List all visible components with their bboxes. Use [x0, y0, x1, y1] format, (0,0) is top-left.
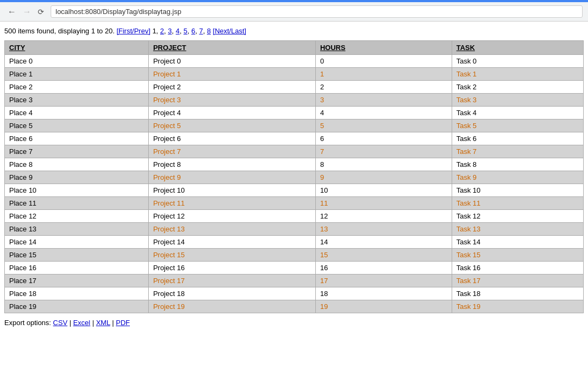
cell-project: Project 8	[149, 158, 316, 171]
cell-project: Project 12	[149, 210, 316, 223]
cell-project: Project 3	[149, 94, 316, 107]
table-row: Place 2Project 22Task 2	[5, 81, 584, 94]
cell-hours: 10	[315, 184, 452, 197]
cell-task: Task 17	[452, 274, 583, 287]
page-3-link[interactable]: 3	[168, 27, 172, 35]
cell-city: Place 2	[5, 81, 149, 94]
next-last-link[interactable]: [Next/Last]	[213, 27, 246, 35]
cell-hours: 1	[315, 68, 452, 81]
table-row: Place 8Project 88Task 8	[5, 158, 584, 171]
cell-task: Task 7	[452, 145, 583, 158]
export-pdf-link[interactable]: PDF	[116, 319, 130, 327]
export-xml-link[interactable]: XML	[96, 319, 110, 327]
column-header-city[interactable]: CITY	[5, 41, 149, 55]
cell-task: Task 9	[452, 171, 583, 184]
cell-task: Task 13	[452, 223, 583, 236]
cell-city: Place 14	[5, 236, 149, 249]
table-row: Place 11Project 1111Task 11	[5, 197, 584, 210]
cell-project: Project 13	[149, 223, 316, 236]
cell-hours: 6	[315, 132, 452, 145]
export-sep-3: |	[112, 319, 116, 327]
cell-city: Place 5	[5, 119, 149, 132]
cell-task: Task 18	[452, 287, 583, 300]
table-row: Place 4Project 44Task 4	[5, 107, 584, 119]
cell-hours: 9	[315, 171, 452, 184]
page-5-link[interactable]: 5	[184, 27, 188, 35]
cell-hours: 0	[315, 55, 452, 68]
column-header-project[interactable]: PROJECT	[149, 41, 316, 55]
page-7-link[interactable]: 7	[199, 27, 203, 35]
cell-task: Task 4	[452, 107, 583, 119]
cell-hours: 17	[315, 274, 452, 287]
cell-hours: 15	[315, 249, 452, 262]
export-options: Export options: CSV | Excel | XML | PDF	[4, 319, 584, 327]
export-sep-1: |	[70, 319, 73, 327]
table-row: Place 19Project 1919Task 19	[5, 300, 584, 313]
table-row: Place 14Project 1414Task 14	[5, 236, 584, 249]
data-table: CITY PROJECT HOURS TASK Place 0Project 0…	[4, 40, 584, 313]
cell-city: Place 6	[5, 132, 149, 145]
cell-city: Place 9	[5, 171, 149, 184]
cell-task: Task 19	[452, 300, 583, 313]
cell-city: Place 1	[5, 68, 149, 81]
address-bar[interactable]	[51, 5, 583, 18]
cell-city: Place 19	[5, 300, 149, 313]
cell-hours: 19	[315, 300, 452, 313]
cell-project: Project 19	[149, 300, 316, 313]
table-row: Place 15Project 1515Task 15	[5, 249, 584, 262]
column-header-task: TASK	[452, 41, 583, 55]
cell-task: Task 12	[452, 210, 583, 223]
table-row: Place 5Project 55Task 5	[5, 119, 584, 132]
cell-project: Project 14	[149, 236, 316, 249]
table-row: Place 6Project 66Task 6	[5, 132, 584, 145]
table-header-row: CITY PROJECT HOURS TASK	[5, 41, 584, 55]
first-prev-link[interactable]: [First/Prev]	[116, 27, 150, 35]
cell-project: Project 1	[149, 68, 316, 81]
cell-hours: 5	[315, 119, 452, 132]
cell-hours: 7	[315, 145, 452, 158]
nav-buttons: ← → ⟳	[5, 6, 46, 18]
page-content: 500 items found, displaying 1 to 20. [Fi…	[0, 22, 588, 332]
cell-task: Task 5	[452, 119, 583, 132]
export-csv-link[interactable]: CSV	[53, 319, 67, 327]
cell-project: Project 7	[149, 145, 316, 158]
cell-city: Place 7	[5, 145, 149, 158]
cell-city: Place 17	[5, 274, 149, 287]
cell-city: Place 11	[5, 197, 149, 210]
cell-task: Task 3	[452, 94, 583, 107]
cell-city: Place 0	[5, 55, 149, 68]
cell-hours: 11	[315, 197, 452, 210]
cell-project: Project 15	[149, 249, 316, 262]
cell-project: Project 9	[149, 171, 316, 184]
pagination-info: 500 items found, displaying 1 to 20. [Fi…	[4, 27, 584, 35]
cell-task: Task 15	[452, 249, 583, 262]
cell-hours: 12	[315, 210, 452, 223]
cell-project: Project 18	[149, 287, 316, 300]
back-button[interactable]: ←	[5, 6, 18, 18]
page-1: 1,	[153, 27, 160, 35]
cell-city: Place 15	[5, 249, 149, 262]
table-row: Place 13Project 1313Task 13	[5, 223, 584, 236]
refresh-button[interactable]: ⟳	[36, 6, 46, 17]
browser-chrome: ← → ⟳	[0, 2, 588, 22]
cell-task: Task 11	[452, 197, 583, 210]
export-excel-link[interactable]: Excel	[73, 319, 91, 327]
table-row: Place 7Project 77Task 7	[5, 145, 584, 158]
table-row: Place 18Project 1818Task 18	[5, 287, 584, 300]
forward-button[interactable]: →	[20, 6, 33, 18]
cell-task: Task 2	[452, 81, 583, 94]
cell-hours: 8	[315, 158, 452, 171]
cell-hours: 18	[315, 287, 452, 300]
cell-project: Project 16	[149, 262, 316, 274]
export-label: Export options:	[4, 319, 51, 327]
cell-city: Place 12	[5, 210, 149, 223]
cell-task: Task 8	[452, 158, 583, 171]
table-row: Place 3Project 33Task 3	[5, 94, 584, 107]
cell-hours: 4	[315, 107, 452, 119]
table-row: Place 9Project 99Task 9	[5, 171, 584, 184]
cell-project: Project 17	[149, 274, 316, 287]
table-row: Place 10Project 1010Task 10	[5, 184, 584, 197]
cell-project: Project 4	[149, 107, 316, 119]
cell-project: Project 0	[149, 55, 316, 68]
cell-task: Task 14	[452, 236, 583, 249]
